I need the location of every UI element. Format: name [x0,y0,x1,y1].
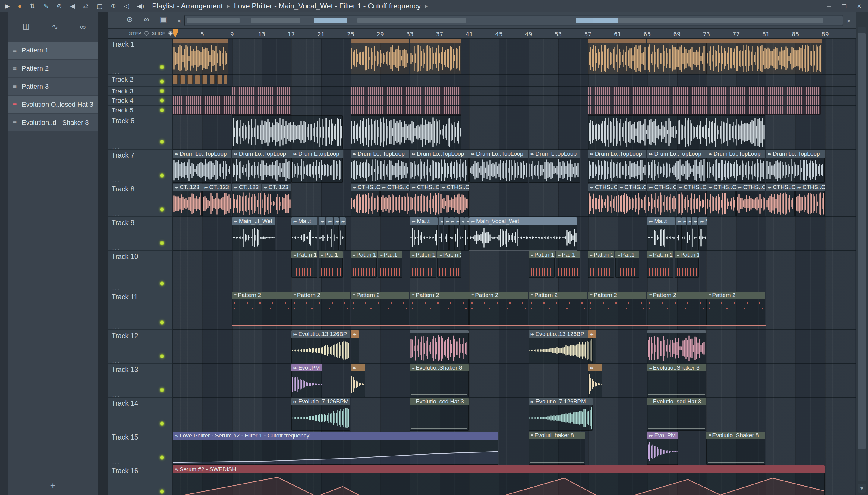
track-name[interactable]: Track 7 [111,151,135,159]
audio-clip[interactable] [188,75,192,84]
track-mute-led[interactable] [160,354,164,358]
track-name[interactable]: Track 15 [111,433,138,441]
audio-clip[interactable] [588,39,647,74]
audio-clip[interactable]: ▸▸M.. [698,217,707,250]
track-mute-led[interactable] [160,173,164,178]
audio-clip[interactable] [350,39,409,74]
track-lane[interactable]: ▸▸Drum Lo..TopLoop▸▸Drum Lo..TopLoop▸▸Dr… [173,150,856,183]
delete-tool-icon[interactable]: ⊘ [57,3,62,9]
audio-clip[interactable] [588,96,821,105]
audio-clip[interactable]: ▸▸Evolutio..7 126BPM [528,398,592,431]
pattern-clip[interactable]: ≡Evoluti..haker 8 [528,432,585,464]
audio-clip[interactable] [350,87,461,95]
audio-clip[interactable] [647,39,706,74]
audio-clip[interactable]: ▸▸Drum Lo..TopLoop [766,150,824,183]
track-name[interactable]: Track 8 [111,185,135,193]
pattern-clip[interactable]: ≡Pattern 2 [528,291,587,326]
patterns-picker-icon[interactable]: Ш [22,22,30,32]
audio-clip[interactable]: ▸▸CTHS..O [736,184,765,217]
audio-clip[interactable]: ▸▸ [439,217,443,250]
pattern-clip[interactable]: ≡Pattern 2 [588,291,647,326]
audio-clip[interactable]: ▸▸ [449,217,454,250]
audio-clip[interactable]: ▸▸CTHS..O [647,184,676,217]
select-tool-icon[interactable]: ▢ [97,3,103,9]
track-mute-led[interactable] [160,489,164,494]
pattern-clip[interactable]: ≡Pat..n 1 [350,251,377,278]
track-name[interactable]: Track 3 [111,87,134,95]
audio-clip[interactable] [173,106,231,115]
track-mute-led[interactable] [160,89,164,93]
track-mute-led[interactable] [160,79,164,84]
pattern-clip[interactable]: ≡Evolutio..sed Hat 3 [647,398,706,431]
track-options-dots[interactable]: ... [112,144,120,148]
close-button[interactable]: × [857,2,861,10]
audio-clip[interactable]: ▸▸ [692,217,697,250]
audio-clip[interactable]: ▸▸Drum L..opLoop [292,150,343,183]
track-name[interactable]: Track 6 [111,117,135,125]
track-options-dots[interactable]: ... [112,426,120,430]
pattern-clip[interactable]: ≡Pa..1 [556,251,580,278]
minimize-button[interactable]: – [827,2,831,10]
track-lane[interactable] [173,115,856,150]
audio-clip[interactable]: ▸▸CTHS..O [588,184,617,217]
audio-clip[interactable]: ▸▸Main_Vocal_Wet [469,217,577,250]
pattern-clip[interactable]: ≡Pat..n 1 [292,251,318,278]
audio-clip[interactable]: ▸▸Evolutio..7 126BPM [292,398,350,431]
audio-clip[interactable]: ▸▸CTHS..O [766,184,795,217]
pattern-clip[interactable]: ≡Evolutio..Shaker 8 [707,432,765,464]
audio-clip[interactable]: ▸▸Drum Lo..TopLoop [232,150,291,183]
vscroll-down-arrow-icon[interactable]: ▾ [858,483,866,493]
pattern-clip[interactable]: ≡Pa..1 [615,251,639,278]
track-name[interactable]: Track 16 [111,467,138,475]
pattern-clip[interactable]: ≡Pat..n 1 [528,251,555,278]
track-mute-led[interactable] [160,65,164,69]
track-lane[interactable] [173,105,856,115]
track-name[interactable]: Track 11 [111,293,138,301]
track-name[interactable]: Track 4 [111,97,134,105]
audio-clip[interactable]: ▸▸CTHS..O [410,184,439,217]
pattern-clip[interactable]: ≡Evolutio..Shaker 8 [647,364,706,397]
audio-clip[interactable]: ▸▸ [588,364,602,397]
zoom-tool-icon[interactable]: ⊕ [110,3,116,9]
track-mute-led[interactable] [160,422,164,426]
track-options-dots[interactable]: ... [112,460,120,464]
audio-clip[interactable] [588,87,821,95]
audio-clip[interactable] [217,75,222,84]
audio-clip[interactable]: ▸▸CT..123 [232,184,261,217]
audio-clip[interactable] [588,116,765,149]
audio-clip[interactable]: ▸▸Drum Lo..TopLoop [410,150,469,183]
timeline-ruler[interactable]: 5913172125293337414549535761656973778185… [173,29,856,39]
audio-clip[interactable] [210,75,214,84]
maximize-button[interactable]: □ [842,2,846,10]
track-lane[interactable]: ▸▸Evo..PM▸▸≡Evolutio..Shaker 8▸▸≡Evoluti… [173,364,856,398]
audio-clip[interactable] [202,75,207,84]
pattern-clip[interactable]: ≡Pattern 2 [292,291,350,326]
playback-tool-icon[interactable]: ◁ [124,3,129,9]
audio-clip[interactable]: ▸▸ [326,217,333,250]
track-mute-led[interactable] [160,455,164,460]
track-options-dots[interactable]: ... [112,393,120,396]
audio-clip[interactable]: ▸▸ [350,364,365,397]
track-mute-led[interactable] [160,241,164,245]
audio-clip[interactable]: ▸▸CTHS..O [677,184,706,217]
hscroll-left-arrow-icon[interactable]: ◂ [175,17,183,24]
track-lane[interactable]: ∿Serum #2 - SWEDISH [173,465,856,495]
audio-clip[interactable]: ▸▸Drum Lo..TopLoop [173,150,231,183]
audio-clip[interactable]: ▸▸ [319,217,326,250]
audio-clip[interactable] [410,39,461,74]
audio-clip[interactable]: ▸▸ [676,217,680,250]
pattern-clip[interactable]: ≡Pat..n 1 [410,251,436,278]
audio-clip[interactable]: ▸▸ [444,217,449,250]
pattern-clip[interactable]: ≡Evolutio..sed Hat 3 [410,398,469,431]
track-options-dots[interactable]: ... [112,70,120,73]
audio-clip[interactable] [173,39,228,74]
snap-magnet-icon[interactable]: ⊛ [126,15,133,24]
audio-clip[interactable]: ▸▸Drum Lo..TopLoop [469,150,528,183]
track-mute-led[interactable] [160,207,164,211]
add-pattern-button[interactable]: + [50,480,56,491]
hscroll-right-arrow-icon[interactable]: ▸ [845,17,853,24]
audio-clip[interactable] [195,75,200,84]
track-name[interactable]: Track 9 [111,219,135,227]
audio-clip[interactable]: ▸▸ [588,330,596,363]
vscroll-thumb[interactable] [858,33,866,449]
